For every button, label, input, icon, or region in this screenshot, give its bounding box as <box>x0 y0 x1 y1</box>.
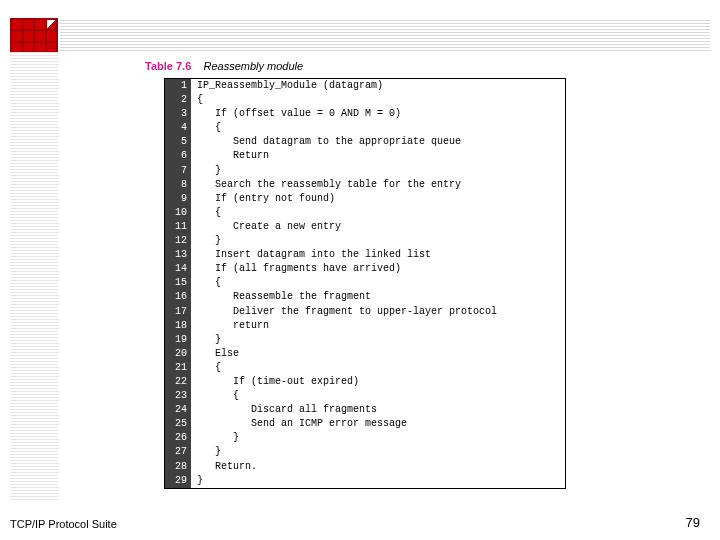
code-row: 27 } <box>165 445 565 459</box>
footer-source: TCP/IP Protocol Suite <box>10 518 117 530</box>
code-text: Send datagram to the appropriate queue <box>191 135 565 149</box>
code-text: If (all fragments have arrived) <box>191 262 565 276</box>
code-row: 6 Return <box>165 149 565 163</box>
code-row: 15 { <box>165 276 565 290</box>
line-number: 7 <box>165 164 191 178</box>
code-text: { <box>191 361 565 375</box>
code-text: If (entry not found) <box>191 192 565 206</box>
code-text: Deliver the fragment to upper-layer prot… <box>191 305 565 319</box>
code-row: 13 Insert datagram into the linked list <box>165 248 565 262</box>
line-number: 8 <box>165 178 191 192</box>
line-number: 20 <box>165 347 191 361</box>
code-row: 14 If (all fragments have arrived) <box>165 262 565 276</box>
table-title: Reassembly module <box>204 60 304 72</box>
code-text: If (offset value = 0 AND M = 0) <box>191 107 565 121</box>
line-number: 23 <box>165 389 191 403</box>
code-text: Return. <box>191 460 565 474</box>
side-panel <box>10 52 58 500</box>
code-text: } <box>191 431 565 445</box>
header-strip <box>60 20 710 52</box>
code-row: 3 If (offset value = 0 AND M = 0) <box>165 107 565 121</box>
page-number: 79 <box>686 515 700 530</box>
code-text: Insert datagram into the linked list <box>191 248 565 262</box>
code-table: 1IP_Reassembly_Module (datagram)2{3 If (… <box>164 78 566 489</box>
code-row: 23 { <box>165 389 565 403</box>
code-row: 9 If (entry not found) <box>165 192 565 206</box>
code-text: { <box>191 389 565 403</box>
code-text: Else <box>191 347 565 361</box>
line-number: 28 <box>165 460 191 474</box>
line-number: 26 <box>165 431 191 445</box>
code-text: Return <box>191 149 565 163</box>
code-text: return <box>191 319 565 333</box>
line-number: 19 <box>165 333 191 347</box>
code-text: Discard all fragments <box>191 403 565 417</box>
code-text: } <box>191 164 565 178</box>
code-row: 29} <box>165 474 565 488</box>
line-number: 1 <box>165 79 191 93</box>
code-row: 28 Return. <box>165 460 565 474</box>
line-number: 14 <box>165 262 191 276</box>
code-row: 26 } <box>165 431 565 445</box>
line-number: 11 <box>165 220 191 234</box>
code-row: 2{ <box>165 93 565 107</box>
code-row: 22 If (time-out expired) <box>165 375 565 389</box>
code-row: 21 { <box>165 361 565 375</box>
line-number: 15 <box>165 276 191 290</box>
code-text: } <box>191 445 565 459</box>
code-row: 11 Create a new entry <box>165 220 565 234</box>
line-number: 4 <box>165 121 191 135</box>
line-number: 27 <box>165 445 191 459</box>
code-text: Create a new entry <box>191 220 565 234</box>
code-row: 10 { <box>165 206 565 220</box>
line-number: 22 <box>165 375 191 389</box>
code-row: 18 return <box>165 319 565 333</box>
code-text: If (time-out expired) <box>191 375 565 389</box>
code-text: } <box>191 474 565 488</box>
code-text: { <box>191 276 565 290</box>
line-number: 16 <box>165 290 191 304</box>
line-number: 25 <box>165 417 191 431</box>
code-text: } <box>191 333 565 347</box>
line-number: 9 <box>165 192 191 206</box>
code-text: Send an ICMP error message <box>191 417 565 431</box>
code-row: 7 } <box>165 164 565 178</box>
line-number: 10 <box>165 206 191 220</box>
line-number: 2 <box>165 93 191 107</box>
line-number: 17 <box>165 305 191 319</box>
code-row: 5 Send datagram to the appropriate queue <box>165 135 565 149</box>
line-number: 12 <box>165 234 191 248</box>
table-caption: Table 7.6 Reassembly module <box>145 60 303 72</box>
code-row: 4 { <box>165 121 565 135</box>
code-row: 25 Send an ICMP error message <box>165 417 565 431</box>
code-text: { <box>191 93 565 107</box>
grid-logo <box>10 18 58 54</box>
line-number: 13 <box>165 248 191 262</box>
line-number: 6 <box>165 149 191 163</box>
code-row: 19 } <box>165 333 565 347</box>
code-row: 20 Else <box>165 347 565 361</box>
code-text: IP_Reassembly_Module (datagram) <box>191 79 565 93</box>
line-number: 29 <box>165 474 191 488</box>
code-text: { <box>191 206 565 220</box>
code-text: } <box>191 234 565 248</box>
line-number: 21 <box>165 361 191 375</box>
code-text: { <box>191 121 565 135</box>
code-text: Reassemble the fragment <box>191 290 565 304</box>
code-text: Search the reassembly table for the entr… <box>191 178 565 192</box>
code-row: 24 Discard all fragments <box>165 403 565 417</box>
line-number: 24 <box>165 403 191 417</box>
line-number: 5 <box>165 135 191 149</box>
table-label: Table 7.6 <box>145 60 191 72</box>
code-row: 8 Search the reassembly table for the en… <box>165 178 565 192</box>
code-row: 1IP_Reassembly_Module (datagram) <box>165 79 565 93</box>
line-number: 18 <box>165 319 191 333</box>
code-row: 17 Deliver the fragment to upper-layer p… <box>165 305 565 319</box>
line-number: 3 <box>165 107 191 121</box>
code-row: 16 Reassemble the fragment <box>165 290 565 304</box>
code-row: 12 } <box>165 234 565 248</box>
